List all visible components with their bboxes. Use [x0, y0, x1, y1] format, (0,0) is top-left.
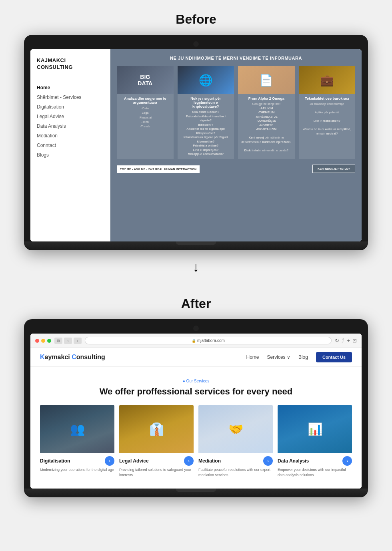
nav-link-services[interactable]: Services ∨ — [267, 354, 290, 360]
after-laptop-base — [24, 489, 368, 497]
after-card-2-arrow[interactable]: › — [184, 456, 194, 466]
after-laptop: ⊞ ‹ › 🔒 mjaftabora.com ↻ ⤴ + ⊡ K — [24, 319, 368, 497]
laptop-base — [24, 241, 368, 250]
before-card-4-img: 💼 — [299, 66, 356, 94]
nav-home[interactable]: Home — [37, 83, 104, 93]
after-card-2-footer: Legal Advice › Providing tailored soluti… — [119, 453, 194, 481]
before-btn-2[interactable]: KENI NDONJE PYETJE? — [312, 165, 355, 173]
after-card-4-arrow[interactable]: › — [342, 456, 352, 466]
before-cards: BIGDATA Analiza dhe sugjerime te argumen… — [117, 66, 355, 159]
before-card-2-title: Nuk je i sigurt për legjitimitetin e kri… — [180, 97, 232, 109]
after-card-1-row: Digitalisation › — [40, 456, 114, 466]
after-section: After ⊞ ‹ › 🔒 mjaftabora.com — [0, 284, 392, 513]
after-card-4-desc: Empower your decisions with our impactfu… — [278, 467, 352, 477]
nav-legal[interactable]: Legal Advise — [37, 112, 104, 121]
before-card-2-img: 🌐 — [178, 66, 234, 94]
after-main-heading: We offer proffessional services for ever… — [40, 386, 352, 397]
before-footer: TRY ME - ASK ME - 24/7 REAL HUMAN INTERA… — [117, 165, 355, 173]
after-card-3-img — [198, 405, 273, 453]
nav-blogs[interactable]: Blogs — [37, 150, 104, 160]
add-tab-icon[interactable]: + — [347, 338, 350, 344]
dot-red[interactable] — [35, 339, 39, 343]
after-card-2-desc: Providing tailored solutions to safeguar… — [119, 467, 194, 477]
before-title: Before — [0, 0, 392, 35]
before-card-3: 📄 From Alpha 2 Omega Cdo gjë në lidhje m… — [238, 66, 295, 159]
before-card-2-body: Nuk je i sigurt për legjitimitetin e kri… — [178, 94, 234, 159]
contact-us-button[interactable]: Contact Us — [316, 352, 352, 362]
nav-data[interactable]: Data Analysis — [37, 121, 104, 131]
after-card-1-name: Digitalisation — [40, 458, 70, 464]
after-cards-grid: Digitalisation › Modernizing your operat… — [40, 405, 352, 481]
extension-icon[interactable]: ⊡ — [352, 338, 357, 344]
nav-mediation[interactable]: Mediation — [37, 131, 104, 141]
after-nav-links: Home Services ∨ Blog Contact Us — [246, 352, 352, 362]
bottom-spacer — [0, 497, 392, 513]
before-card-2: 🌐 Nuk je i sigurt për legjitimitetin e k… — [178, 66, 234, 159]
dot-yellow[interactable] — [41, 339, 45, 343]
before-main-title: NE JU NDIHMOJMË TË MERNI VENDIME TË INFO… — [117, 56, 355, 60]
nav-contact[interactable]: Conntact — [37, 141, 104, 150]
before-main-content: NE JU NDIHMOJMË TË MERNI VENDIME TË INFO… — [110, 49, 362, 241]
dot-green[interactable] — [47, 339, 51, 343]
after-card-4-row: Data Analysis › — [278, 456, 352, 466]
after-card-3-footer: Mediation › Facilitate peaceful resoluti… — [198, 453, 273, 481]
after-navbar: Kaymakci Consulting Home Services ∨ Blog… — [30, 348, 362, 367]
after-card-1-footer: Digitalisation › Modernizing your operat… — [40, 453, 114, 476]
after-card-legal: Legal Advice › Providing tailored soluti… — [119, 405, 194, 481]
after-laptop-camera — [193, 326, 199, 331]
before-laptop: KAJMAKCICONSULTING Home Shërbimet - Serv… — [24, 35, 368, 250]
after-card-4-img — [278, 405, 352, 453]
after-card-2-name: Legal Advice — [119, 458, 149, 464]
after-card-1-arrow[interactable]: › — [105, 456, 114, 466]
before-card-1-title: Analiza dhe sugjerime te argumentuara — [119, 97, 171, 105]
before-card-4-body: Teknikalitet ose burokraci Ju shkaktojë … — [299, 94, 356, 138]
nav-digitalisation[interactable]: Digitalisation — [37, 102, 104, 112]
before-card-3-text: Cdo gjë në lidhje me: -APLIKIM -THEMELIM… — [240, 102, 292, 153]
before-screen: KAJMAKCICONSULTING Home Shërbimet - Serv… — [30, 49, 362, 241]
bookmark-icon[interactable]: ⤴ — [342, 338, 344, 344]
before-card-3-img: 📄 — [238, 66, 295, 94]
before-card-4-title: Teknikalitet ose burokraci — [301, 97, 353, 101]
before-sidebar: KAJMAKCICONSULTING Home Shërbimet - Serv… — [30, 49, 110, 241]
after-logo: Kaymakci Consulting — [40, 354, 105, 361]
browser-actions: ↻ ⤴ + ⊡ — [335, 338, 357, 344]
sidebar-nav: Home Shërbimet - Services Digitalisation… — [37, 83, 104, 160]
before-card-1-img: BIGDATA — [117, 66, 174, 94]
logo-c: C — [72, 354, 76, 360]
before-layout: KAJMAKCICONSULTING Home Shërbimet - Serv… — [30, 49, 362, 241]
after-card-2-img — [119, 405, 194, 453]
after-title: After — [0, 284, 392, 319]
nav-services[interactable]: Shërbimet - Services — [37, 93, 104, 102]
after-card-1-desc: Modernizing your operations for the digi… — [40, 467, 114, 473]
share-icon[interactable]: ↻ — [335, 338, 339, 344]
window-grid-btn[interactable]: ⊞ — [54, 338, 62, 344]
after-card-digitalisation: Digitalisation › Modernizing your operat… — [40, 405, 114, 481]
url-bar[interactable]: 🔒 mjaftabora.com — [85, 337, 332, 344]
back-btn[interactable]: ‹ — [64, 338, 72, 344]
after-main-content: Our Services We offer proffessional serv… — [30, 367, 362, 489]
forward-btn[interactable]: › — [74, 338, 82, 344]
after-card-2-row: Legal Advice › — [119, 456, 194, 466]
after-card-1-img — [40, 405, 114, 453]
browser-dots — [35, 339, 51, 343]
laptop-camera — [193, 41, 199, 47]
after-card-4-name: Data Analysis — [278, 458, 309, 464]
before-btn-1[interactable]: TRY ME - ASK ME - 24/7 REAL HUMAN INTERA… — [117, 165, 200, 173]
before-card-3-title: From Alpha 2 Omega — [240, 97, 292, 101]
logo-k: K — [40, 354, 45, 360]
after-card-3-name: Mediation — [198, 458, 221, 464]
nav-link-home[interactable]: Home — [246, 354, 259, 360]
after-card-data: Data Analysis › Empower your decisions w… — [278, 405, 352, 481]
arrow-section: ↓ — [0, 250, 392, 284]
after-card-3-arrow[interactable]: › — [263, 456, 273, 466]
nav-link-blog[interactable]: Blog — [298, 354, 308, 360]
after-card-4-footer: Data Analysis › Empower your decisions w… — [278, 453, 352, 481]
after-screen: ⊞ ‹ › 🔒 mjaftabora.com ↻ ⤴ + ⊡ K — [30, 334, 362, 489]
before-card-1-list: -Data-Legal-Financial-Tech-Trends — [119, 106, 171, 129]
before-card-1: BIGDATA Analiza dhe sugjerime te argumen… — [117, 66, 174, 159]
sidebar-logo: KAJMAKCICONSULTING — [37, 57, 104, 71]
before-section: Before KAJMAKCICONSULTING Home Shërbimet… — [0, 0, 392, 250]
after-card-3-desc: Facilitate peaceful resolutions with our… — [198, 467, 273, 477]
before-card-4-text: Ju shkaktojë kokëdhimbje Apliko për pate… — [301, 102, 353, 136]
before-card-2-text: Oka është Bitcoin? Patundshmëria si inve… — [180, 110, 232, 157]
